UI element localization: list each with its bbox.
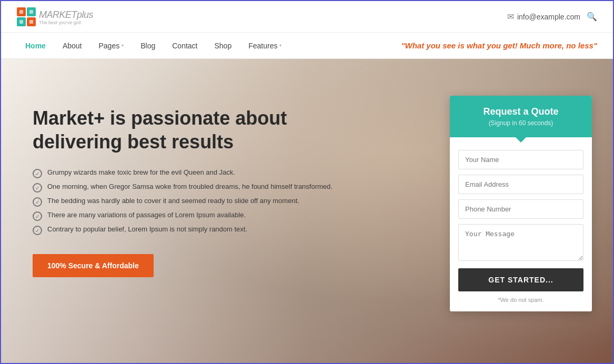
- email-icon: ✉: [507, 12, 514, 22]
- nav-item-about[interactable]: About: [54, 34, 90, 57]
- cta-button[interactable]: 100% Secure & Affordable: [33, 254, 154, 277]
- nav-item-blog[interactable]: Blog: [132, 34, 164, 57]
- hero-left-content: Market+ is passionate about delivering b…: [33, 90, 359, 277]
- search-icon[interactable]: 🔍: [587, 12, 597, 22]
- get-started-button[interactable]: GET STARTED...: [458, 268, 583, 291]
- list-item: ✓ There are many variations of passages …: [33, 211, 359, 221]
- message-textarea[interactable]: [458, 224, 583, 261]
- logo-icon: [17, 7, 36, 26]
- list-item: ✓ Contrary to popular belief, Lorem Ipsu…: [33, 225, 359, 235]
- logo-text: MARKETplus The best you've got!: [39, 8, 93, 25]
- hero-content: Market+ is passionate about delivering b…: [1, 59, 613, 364]
- logo-suffix: plus: [77, 9, 93, 20]
- features-chevron-icon: ▾: [279, 43, 281, 48]
- hero-title: Market+ is passionate about delivering b…: [33, 106, 359, 154]
- hero-section: Market+ is passionate about delivering b…: [1, 59, 613, 364]
- top-bar: MARKETplus The best you've got! ✉ info@e…: [1, 1, 613, 33]
- logo-brand: MARKET: [39, 9, 77, 20]
- svg-rect-6: [19, 20, 23, 24]
- email-input[interactable]: [458, 175, 583, 194]
- email-area: ✉ info@example.com: [507, 12, 580, 22]
- svg-rect-7: [29, 20, 33, 24]
- logo-tagline: The best you've got!: [39, 21, 93, 25]
- nav-item-features[interactable]: Features ▾: [240, 34, 290, 57]
- phone-input[interactable]: [458, 199, 583, 219]
- check-icon: ✓: [33, 197, 42, 207]
- check-icon: ✓: [33, 183, 42, 193]
- no-spam-text: *We do not spam.: [458, 297, 583, 303]
- logo-name: MARKETplus: [39, 8, 93, 20]
- nav-item-contact[interactable]: Contact: [164, 34, 206, 57]
- quote-form-container: Request a Quote (Signup in 60 seconds) G…: [450, 96, 592, 311]
- check-icon: ✓: [33, 211, 42, 221]
- nav-item-home[interactable]: Home: [17, 34, 54, 57]
- logo-area: MARKETplus The best you've got!: [17, 7, 93, 26]
- svg-rect-5: [29, 10, 33, 14]
- check-icon: ✓: [33, 169, 42, 178]
- quote-form-header: Request a Quote (Signup in 60 seconds): [450, 96, 592, 137]
- quote-form-subtitle: (Signup in 60 seconds): [460, 119, 581, 127]
- nav-bar: Home About Pages ▾ Blog Contact Shop Fea…: [1, 33, 613, 59]
- check-icon: ✓: [33, 226, 42, 235]
- nav-item-shop[interactable]: Shop: [206, 34, 240, 57]
- nav-tagline: "What you see is what you get! Much more…: [401, 41, 597, 50]
- pages-chevron-icon: ▾: [122, 43, 124, 48]
- email-text: info@example.com: [517, 13, 580, 21]
- svg-rect-4: [19, 10, 23, 14]
- name-input[interactable]: [458, 150, 583, 169]
- top-right-area: ✉ info@example.com 🔍: [507, 12, 597, 22]
- nav-links: Home About Pages ▾ Blog Contact Shop Fea…: [17, 34, 290, 57]
- list-item: ✓ The bedding was hardly able to cover i…: [33, 197, 359, 207]
- quote-form-body: GET STARTED... *We do not spam.: [450, 137, 592, 311]
- quote-form-title: Request a Quote: [460, 106, 581, 117]
- nav-item-pages[interactable]: Pages ▾: [90, 34, 133, 57]
- list-item: ✓ One morning, when Gregor Samsa woke fr…: [33, 183, 359, 193]
- list-item: ✓ Grumpy wizards make toxic brew for the…: [33, 168, 359, 178]
- hero-list: ✓ Grumpy wizards make toxic brew for the…: [33, 168, 359, 235]
